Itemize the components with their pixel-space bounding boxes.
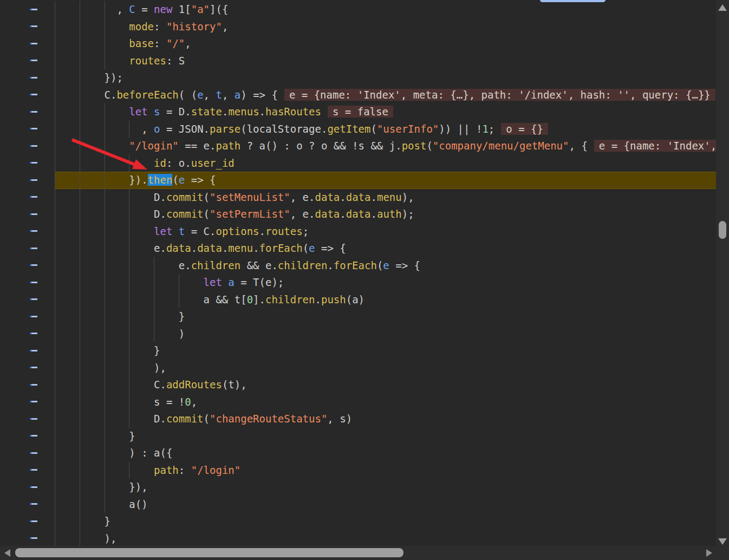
code-line[interactable]: ), (0, 360, 716, 377)
code-text: } (55, 428, 716, 445)
code-text: ) (55, 325, 716, 343)
code-line[interactable]: id: o.user_id (0, 155, 716, 172)
gutter-fold-dash[interactable] (0, 35, 55, 53)
code-text: D.commit("changeRouteStatus", s) (55, 411, 716, 428)
code-line[interactable]: , o = JSON.parse(localStorage.getItem("u… (0, 121, 716, 138)
code-line[interactable]: path: "/login" (0, 462, 716, 479)
code-line[interactable]: base: "/", (0, 35, 716, 53)
code-text: id: o.user_id (55, 155, 716, 172)
code-line[interactable]: ) (0, 325, 716, 343)
gutter-fold-dash[interactable] (0, 291, 55, 309)
gutter-fold-dash[interactable] (0, 121, 55, 138)
code-line[interactable]: ) : a({ (0, 445, 716, 462)
horizontal-scrollbar[interactable] (0, 546, 729, 560)
top-accent-bar (540, 0, 606, 2)
gutter-fold-dash[interactable] (0, 445, 55, 462)
code-text: , o = JSON.parse(localStorage.getItem("u… (55, 121, 716, 138)
code-text: D.commit("setMenuList", e.data.data.menu… (55, 189, 716, 206)
gutter-fold-dash[interactable] (0, 138, 55, 155)
code-text: path: "/login" (55, 462, 716, 479)
gutter-fold-dash[interactable] (0, 342, 55, 360)
code-line[interactable]: let t = C.options.routes; (0, 223, 716, 240)
gutter-fold-dash[interactable] (0, 53, 55, 70)
code-text: s = !0, (55, 394, 716, 411)
code-line[interactable]: C.addRoutes(t), (0, 376, 716, 394)
gutter-fold-dash[interactable] (0, 428, 55, 445)
code-line[interactable]: routes: S (0, 53, 716, 70)
gutter-fold-dash[interactable] (0, 206, 55, 223)
code-lines: , C = new 1["a"]({ mode: "history", base… (0, 1, 716, 547)
code-line[interactable]: a() (0, 496, 716, 513)
code-line[interactable]: }); (0, 69, 716, 87)
code-line[interactable]: mode: "history", (0, 18, 716, 36)
scroll-down-icon[interactable] (718, 538, 727, 545)
code-text: C.addRoutes(t), (55, 376, 716, 394)
gutter-fold-dash[interactable] (0, 87, 55, 104)
scroll-right-icon[interactable] (706, 549, 712, 557)
code-text: }), (55, 479, 716, 496)
code-line[interactable]: ), (0, 530, 716, 548)
gutter-fold-dash[interactable] (0, 394, 55, 411)
code-text: } (55, 308, 716, 325)
gutter-fold-dash[interactable] (0, 360, 55, 377)
gutter-fold-dash[interactable] (0, 462, 55, 479)
gutter-fold-dash[interactable] (0, 1, 55, 18)
code-line[interactable]: let a = T(e); (0, 274, 716, 291)
code-line[interactable]: a && t[0].children.push(a) (0, 291, 716, 309)
code-text: }).then(e => { (55, 172, 716, 189)
code-text: D.commit("setPermList", e.data.data.auth… (55, 206, 716, 223)
gutter-fold-dash[interactable] (0, 479, 55, 496)
code-line[interactable]: } (0, 513, 716, 530)
code-line[interactable]: D.commit("changeRouteStatus", s) (0, 411, 716, 428)
gutter-fold-dash[interactable] (0, 155, 55, 172)
gutter-fold-dash[interactable] (0, 411, 55, 428)
code-line[interactable]: e.data.data.menu.forEach(e => { (0, 240, 716, 257)
gutter-fold-dash[interactable] (0, 325, 55, 343)
selected-token: then (148, 174, 173, 186)
code-text: ) : a({ (55, 445, 716, 462)
code-line[interactable]: e.children && e.children.forEach(e => { (0, 257, 716, 275)
code-line[interactable]: C.beforeEach( (e, t, a) => {e = {name: '… (0, 87, 716, 104)
code-text: } (55, 342, 716, 360)
gutter-fold-dash[interactable] (0, 172, 55, 189)
code-text: "/login" == e.path ? a() : o ? o && !s &… (55, 138, 716, 155)
horizontal-scroll-thumb[interactable] (15, 548, 403, 557)
code-text: routes: S (55, 53, 716, 70)
gutter-fold-dash[interactable] (0, 18, 55, 36)
code-text: mode: "history", (55, 18, 716, 36)
gutter-fold-dash[interactable] (0, 530, 55, 548)
code-line[interactable]: , C = new 1["a"]({ (0, 1, 716, 18)
gutter-fold-dash[interactable] (0, 69, 55, 87)
gutter-fold-dash[interactable] (0, 257, 55, 275)
gutter-fold-dash[interactable] (0, 513, 55, 530)
scroll-left-icon[interactable] (4, 549, 10, 557)
gutter-fold-dash[interactable] (0, 274, 55, 291)
gutter-fold-dash[interactable] (0, 308, 55, 325)
debug-value-hint: o = {} (501, 123, 548, 135)
code-line[interactable]: } (0, 308, 716, 325)
code-line[interactable]: }), (0, 479, 716, 496)
code-line[interactable]: } (0, 428, 716, 445)
code-line[interactable]: let s = D.state.menus.hasRoutess = false (0, 103, 716, 121)
code-text: ), (55, 360, 716, 377)
vertical-scrollbar[interactable] (716, 0, 729, 546)
code-line[interactable]: s = !0, (0, 394, 716, 411)
code-line[interactable]: "/login" == e.path ? a() : o ? o && !s &… (0, 138, 716, 155)
gutter-fold-dash[interactable] (0, 223, 55, 240)
debug-value-hint: s = false (328, 106, 393, 118)
gutter-fold-dash[interactable] (0, 103, 55, 121)
gutter-fold-dash[interactable] (0, 496, 55, 513)
code-line[interactable]: D.commit("setPermList", e.data.data.auth… (0, 206, 716, 223)
scroll-up-icon[interactable] (718, 4, 727, 11)
code-text: e.children && e.children.forEach(e => { (55, 257, 716, 275)
vertical-scroll-thumb[interactable] (719, 221, 726, 239)
gutter-fold-dash[interactable] (0, 189, 55, 206)
code-text: e.data.data.menu.forEach(e => { (55, 240, 716, 257)
code-text: }); (55, 69, 716, 87)
code-text: let s = D.state.menus.hasRoutess = false (55, 103, 716, 121)
code-line[interactable]: D.commit("setMenuList", e.data.data.menu… (0, 189, 716, 206)
execution-line[interactable]: }).then(e => { (0, 172, 716, 189)
gutter-fold-dash[interactable] (0, 240, 55, 257)
code-line[interactable]: } (0, 342, 716, 360)
gutter-fold-dash[interactable] (0, 376, 55, 394)
